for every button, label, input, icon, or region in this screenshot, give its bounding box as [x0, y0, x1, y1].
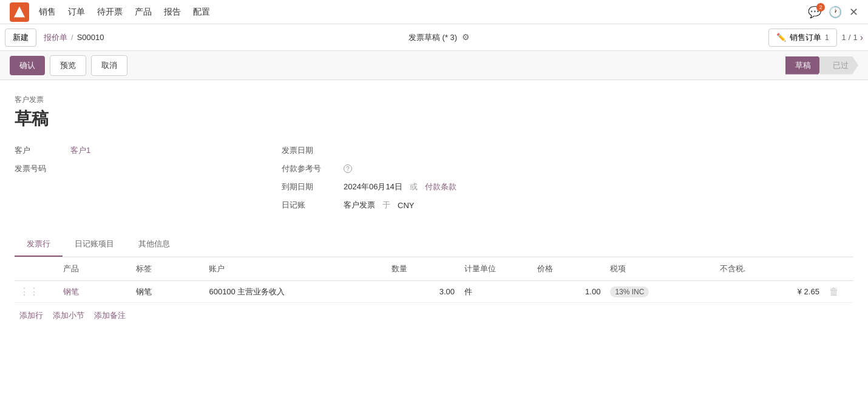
action-bar: 确认 预览 取消 草稿 已过 — [0, 51, 868, 80]
sales-order-button[interactable]: ✏️ 销售订单 1 — [768, 29, 837, 47]
label-cell[interactable]: 钢笔 — [131, 281, 204, 303]
breadcrumb-parent[interactable]: 报价单 — [44, 32, 67, 43]
add-section-action[interactable]: 添加小节 — [53, 310, 84, 321]
sub-navigation: 新建 报价单 / S00010 发票草稿 (* 3) ⚙ ✏️ 销售订单 1 1… — [0, 24, 868, 51]
unit-cell[interactable]: 件 — [459, 281, 532, 303]
top-navigation: 销售 订单 待开票 产品 报告 配置 💬 2 🕐 ✕ — [0, 0, 868, 24]
form-section-label: 客户发票 — [15, 95, 853, 105]
currency-prefix: 于 — [382, 200, 390, 211]
th-notax: 不含税. — [715, 257, 824, 281]
app-logo — [10, 2, 29, 22]
tabs: 发票行 日记账项目 其他信息 — [15, 232, 853, 257]
customer-field-row: 客户 客户1 — [15, 145, 257, 156]
tab-journal-items[interactable]: 日记账项目 — [63, 232, 126, 257]
nav-right-icons: 💬 2 🕐 ✕ — [808, 5, 858, 19]
form-left: 客户 客户1 发票号码 — [15, 145, 257, 218]
tab-invoice-lines[interactable]: 发票行 — [15, 232, 63, 257]
tax-cell[interactable]: 13% INC — [605, 281, 714, 303]
row-actions-cell: 🗑 — [824, 281, 853, 303]
messages-badge: 2 — [816, 3, 825, 12]
status-done: 已过 — [819, 56, 858, 75]
due-date-label: 到期日期 — [282, 181, 336, 192]
breadcrumb-current: S00010 — [77, 33, 104, 42]
price-cell[interactable]: 1.00 — [532, 281, 605, 303]
payment-terms-link[interactable]: 付款条款 — [425, 181, 456, 192]
journal-label: 日记账 — [282, 200, 336, 211]
nav-item-sales[interactable]: 销售 — [39, 4, 56, 20]
nav-item-config[interactable]: 配置 — [193, 4, 210, 20]
sales-order-label: 销售订单 — [790, 32, 821, 43]
th-drag — [15, 257, 58, 281]
close-icon-btn[interactable]: ✕ — [849, 5, 858, 19]
th-product: 产品 — [58, 257, 131, 281]
drag-handle-icon[interactable]: ⋮⋮ — [19, 286, 39, 297]
payment-ref-row: 付款参考号 ? — [282, 163, 853, 174]
nav-item-reports[interactable]: 报告 — [164, 4, 181, 20]
product-cell[interactable]: 钢笔 — [58, 281, 131, 303]
status-bar: 草稿 已过 — [785, 56, 858, 75]
add-note-action[interactable]: 添加备注 — [94, 310, 126, 321]
clock-icon: 🕐 — [829, 5, 842, 19]
th-account: 账户 — [204, 257, 386, 281]
journal-row: 日记账 客户发票 于 CNY — [282, 200, 853, 211]
add-row-action[interactable]: 添加行 — [19, 310, 43, 321]
edit-icon: ✏️ — [776, 33, 786, 42]
nav-item-orders[interactable]: 订单 — [68, 4, 85, 20]
form-right: 发票日期 付款参考号 ? 到期日期 2024年06月14日 或 付款条款 日记账… — [282, 145, 853, 218]
th-tax: 税项 — [605, 257, 714, 281]
table-header-row: 产品 标签 账户 数量 计量单位 价格 税项 不含税. — [15, 257, 853, 281]
breadcrumb: 报价单 / S00010 — [44, 32, 404, 43]
qty-cell[interactable]: 3.00 — [387, 281, 459, 303]
customer-label: 客户 — [15, 145, 63, 156]
tax-tag: 13% INC — [610, 286, 649, 297]
pagination-next-arrow[interactable]: › — [860, 32, 863, 43]
draft-label: 发票草稿 (* 3) — [409, 33, 457, 42]
invoice-number-label: 发票号码 — [15, 163, 63, 174]
due-date-row: 到期日期 2024年06月14日 或 付款条款 — [282, 181, 853, 192]
account-cell[interactable]: 600100 主营业务收入 — [204, 281, 386, 303]
new-button[interactable]: 新建 — [5, 29, 36, 47]
th-qty: 数量 — [387, 257, 459, 281]
journal-value[interactable]: 客户发票 — [344, 200, 375, 211]
th-actions — [824, 257, 853, 281]
payment-ref-label: 付款参考号 — [282, 163, 336, 174]
breadcrumb-separator: / — [71, 33, 73, 42]
th-label: 标签 — [131, 257, 204, 281]
settings-gear-icon[interactable]: ⚙ — [462, 32, 470, 42]
pagination: 1 / 1 › — [842, 32, 863, 43]
row-delete-icon[interactable]: 🗑 — [829, 286, 839, 297]
sales-order-count: 1 — [825, 33, 829, 42]
table-row: ⋮⋮ 钢笔 钢笔 600100 主营业务收入 3.00 件 1.00 13% I… — [15, 281, 853, 303]
clock-icon-btn[interactable]: 🕐 — [829, 5, 842, 19]
invoice-number-field-row: 发票号码 — [15, 163, 257, 174]
drag-handle-cell[interactable]: ⋮⋮ — [15, 281, 58, 303]
preview-button[interactable]: 预览 — [50, 55, 86, 76]
close-icon: ✕ — [849, 5, 858, 19]
main-content: 客户发票 草稿 客户 客户1 发票号码 发票日期 付款参考号 ? — [0, 80, 868, 328]
no-tax-cell: ¥ 2.65 — [715, 281, 824, 303]
due-date-or: 或 — [410, 181, 418, 192]
confirm-button[interactable]: 确认 — [10, 56, 45, 75]
pagination-total: 1 — [853, 33, 857, 42]
cancel-button[interactable]: 取消 — [91, 55, 127, 76]
due-date-value[interactable]: 2024年06月14日 — [344, 181, 402, 192]
nav-item-products[interactable]: 产品 — [135, 4, 152, 20]
product-link[interactable]: 钢笔 — [63, 287, 79, 296]
nav-menu: 销售 订单 待开票 产品 报告 配置 — [39, 4, 808, 20]
th-unit: 计量单位 — [459, 257, 532, 281]
customer-value[interactable]: 客户1 — [70, 145, 90, 156]
pagination-current: 1 — [842, 33, 846, 42]
page-title: 草稿 — [15, 107, 853, 130]
nav-item-pending[interactable]: 待开票 — [97, 4, 123, 20]
invoice-date-label: 发票日期 — [282, 145, 336, 156]
invoice-date-row: 发票日期 — [282, 145, 853, 156]
tab-other-info[interactable]: 其他信息 — [126, 232, 182, 257]
status-draft: 草稿 — [785, 56, 824, 75]
form-grid: 客户 客户1 发票号码 发票日期 付款参考号 ? 到期日期 2024年06月14… — [15, 145, 853, 218]
add-row-actions: 添加行 添加小节 添加备注 — [15, 303, 853, 328]
messages-icon-btn[interactable]: 💬 2 — [808, 5, 821, 19]
payment-ref-help-icon[interactable]: ? — [344, 164, 352, 173]
sub-nav-right: ✏️ 销售订单 1 1 / 1 › — [768, 29, 863, 47]
currency-value[interactable]: CNY — [398, 201, 414, 210]
invoice-table: 产品 标签 账户 数量 计量单位 价格 税项 不含税. ⋮⋮ 钢笔 钢笔 600… — [15, 257, 853, 303]
